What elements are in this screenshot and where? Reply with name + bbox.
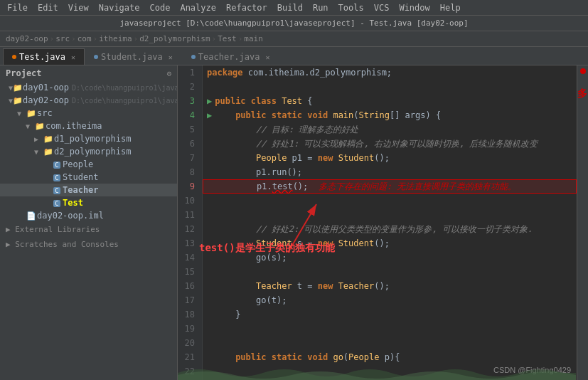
sidebar-settings-icon[interactable]: ⚙ [166, 69, 171, 78]
folder-icon: 📁 [43, 134, 54, 144]
menu-view[interactable]: View [64, 1, 93, 14]
breadcrumb-item[interactable]: main [244, 34, 263, 43]
tree-item-com-itheima[interactable]: ▼ 📁 com.itheima [0, 120, 177, 132]
error-indicator [580, 68, 586, 74]
tree-arrow: ▼ [26, 122, 34, 130]
tree-arrow: ▶ [34, 135, 43, 143]
tree-arrow: ▼ [17, 110, 26, 117]
code-area[interactable]: 1 2 3 4 5 6 7 8 9 10 11 12 13 14 15 16 1… [178, 65, 577, 380]
menu-build[interactable]: Build [273, 1, 307, 14]
tab-teacher-java[interactable]: Teacher.java ✕ [182, 48, 279, 65]
code-line-20 [203, 336, 577, 350]
java-class-icon: C [51, 186, 63, 195]
tree-label: People [63, 159, 93, 169]
code-content: 1 2 3 4 5 6 7 8 9 10 11 12 13 14 15 16 1… [178, 65, 577, 380]
line-num-7: 7 [178, 151, 198, 165]
sidebar: Project ⚙ ▼ 📁 day01-oop D:\code\huangpui… [0, 65, 178, 380]
menu-navigate[interactable]: Navigate [95, 1, 144, 14]
menu-window[interactable]: Window [395, 1, 434, 14]
tree-label: day02-oop.iml [37, 211, 104, 221]
code-line-4: ▶ public static void main(String[] args)… [203, 108, 577, 122]
code-line-6: ▶ // 好处1: 可以实现解耦合, 右边对象可以随时切换, 后续业务随机改变 [203, 137, 577, 151]
java-class-icon: C [51, 160, 63, 169]
code-line-10 [203, 194, 577, 208]
line-num-3: 3 [178, 94, 198, 108]
sidebar-item-scratches[interactable]: ▶ Scratches and Consoles [0, 237, 177, 252]
tree-item-test[interactable]: C Test [0, 196, 177, 209]
java-class-icon: C [51, 199, 63, 208]
tab-test-java[interactable]: Test.java ✕ [3, 48, 85, 65]
line-num-19: 19 [178, 322, 198, 336]
folder-icon: 📁 [43, 147, 54, 157]
code-line-13: ▶ Student s = new Student(); [203, 236, 577, 250]
breadcrumb-item[interactable]: itheima [99, 34, 132, 43]
code-line-3: ▶ public class Test { [203, 94, 577, 108]
line-num-10: 10 [178, 194, 198, 208]
tree-item-day02[interactable]: ▼ 📁 day02-oop D:\code\huangpuipro1\javas… [0, 94, 177, 107]
tree-item-student[interactable]: C Student [0, 171, 177, 184]
right-sidebar: 多 [577, 65, 588, 380]
line-num-20: 20 [178, 336, 198, 350]
tree-item-d2[interactable]: ▼ 📁 d2_polymorphism [0, 145, 177, 158]
menu-analyze[interactable]: Analyze [176, 1, 220, 14]
run-icon[interactable]: ▶ [207, 94, 212, 108]
breadcrumb-item[interactable]: src [55, 34, 70, 43]
tree-label: src [37, 108, 53, 118]
code-line-2 [203, 80, 577, 94]
menu-vcs[interactable]: VCS [370, 1, 394, 14]
line-num-12: 12 [178, 222, 198, 236]
line-num-13: 13 [178, 236, 198, 250]
folder-icon: 📁 [34, 122, 46, 131]
line-num-18: 18 [178, 307, 198, 322]
tree-item-day01[interactable]: ▼ 📁 day01-oop D:\code\huangpuipro1\javas… [0, 81, 177, 94]
tab-student-java[interactable]: Student.java ✕ [85, 48, 182, 65]
code-line-19 [203, 322, 577, 336]
tree-label: d1_polymorphism [54, 134, 131, 144]
menu-refactor[interactable]: Refactor [222, 1, 272, 14]
breadcrumb-item[interactable]: d2_polymorphism [139, 34, 210, 43]
tab-close[interactable]: ✕ [266, 53, 270, 61]
line-num-2: 2 [178, 80, 198, 94]
watermark: CSDN @Fighting0429 [493, 366, 571, 374]
menu-edit[interactable]: Edit [33, 1, 63, 14]
tree-item-src[interactable]: ▼ 📁 src [0, 107, 177, 120]
sidebar-item-external-libraries[interactable]: ▶ External Libraries [0, 222, 177, 237]
arrow-icon: ▶ [6, 225, 11, 234]
tab-label: Test.java [19, 52, 65, 62]
tab-close[interactable]: ✕ [71, 53, 75, 61]
code-line-21: ▶ public static void go(People p){ [203, 350, 577, 364]
line-num-16: 16 [178, 279, 198, 293]
line-num-8: 8 [178, 165, 198, 179]
arrow-icon: ▶ [6, 240, 11, 249]
line-num-17: 17 [178, 293, 198, 307]
menu-help[interactable]: Help [436, 1, 465, 14]
code-line-5: ▶ // 目标: 理解多态的好处 [203, 122, 577, 137]
tree-label: Student [63, 172, 99, 182]
code-line-16: ▶ Teacher t = new Teacher(); [203, 279, 577, 293]
line-num-4: 4 [178, 108, 198, 122]
sidebar-header: Project ⚙ [0, 65, 177, 81]
menu-code[interactable]: Code [146, 1, 175, 14]
code-line-18: ▶ } [203, 307, 577, 322]
breadcrumb-item[interactable]: day02-oop [6, 34, 48, 43]
code-line-14: ▶ go(s); [203, 250, 577, 265]
code-lines: package com.itheima.d2_polymorphism; ▶ p… [203, 65, 577, 380]
tab-close[interactable]: ✕ [169, 53, 173, 61]
tab-dot [12, 55, 16, 59]
menu-run[interactable]: Run [309, 1, 333, 14]
breadcrumb-item[interactable]: com [77, 34, 92, 43]
sidebar-footer-label: External Libraries [15, 225, 100, 234]
line-numbers: 1 2 3 4 5 6 7 8 9 10 11 12 13 14 15 16 1… [178, 65, 203, 380]
menu-tools[interactable]: Tools [334, 1, 368, 14]
code-line-17: ▶ go(t); [203, 293, 577, 307]
menubar: File Edit View Navigate Code Analyze Ref… [0, 0, 588, 16]
tree-item-people[interactable]: C People [0, 158, 177, 171]
tree-item-iml[interactable]: 📄 day02-oop.iml [0, 209, 177, 222]
menu-file[interactable]: File [3, 1, 32, 14]
tree-item-teacher[interactable]: C Teacher [0, 184, 177, 196]
folder-icon: 📁 [13, 83, 23, 93]
run-icon[interactable]: ▶ [207, 108, 212, 122]
breadcrumb-item[interactable]: Test [218, 34, 237, 43]
tree-label: day02-oop [23, 95, 69, 105]
tree-item-d1[interactable]: ▶ 📁 d1_polymorphism [0, 132, 177, 145]
